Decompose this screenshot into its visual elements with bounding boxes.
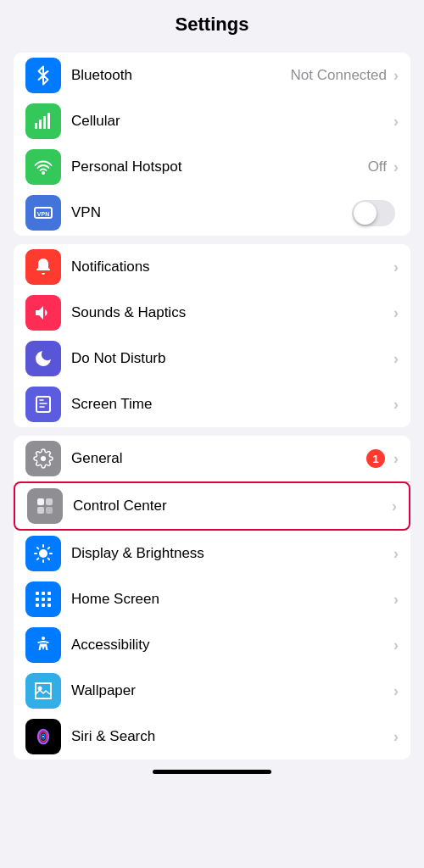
- notifications-chevron: ›: [393, 259, 399, 276]
- svg-rect-28: [36, 604, 39, 607]
- svg-rect-1: [39, 120, 42, 129]
- controlcenter-chevron: ›: [392, 498, 397, 515]
- notifications-label: Notifications: [71, 259, 390, 275]
- displaybrightness-label: Display & Brightness: [71, 545, 390, 562]
- sounds-icon: [25, 295, 61, 331]
- svg-rect-10: [46, 498, 53, 505]
- settings-group-general: General1›Control Center›Display & Bright…: [14, 436, 410, 760]
- hotspot-icon: [25, 149, 61, 185]
- general-chevron: ›: [393, 450, 399, 468]
- settings-row-hotspot[interactable]: Personal HotspotOff›: [14, 144, 410, 190]
- svg-rect-7: [36, 397, 50, 412]
- bluetooth-chevron: ›: [393, 67, 399, 85]
- hotspot-chevron: ›: [393, 159, 399, 176]
- siri-label: Siri & Search: [71, 728, 390, 745]
- screentime-icon: [25, 387, 61, 422]
- screentime-label: Screen Time: [71, 396, 390, 413]
- settings-row-screentime[interactable]: Screen Time›: [14, 381, 410, 427]
- settings-row-accessibility[interactable]: Accessibility›: [14, 622, 410, 668]
- settings-row-cellular[interactable]: Cellular›: [14, 98, 410, 144]
- displaybrightness-chevron: ›: [393, 545, 399, 563]
- bluetooth-label: Bluetooth: [71, 67, 291, 84]
- general-icon: [25, 441, 61, 476]
- svg-rect-24: [47, 592, 51, 595]
- cellular-label: Cellular: [71, 113, 390, 130]
- bluetooth-icon: [25, 58, 61, 93]
- settings-row-donotdisturb[interactable]: Do Not Disturb›: [14, 336, 410, 381]
- svg-point-8: [41, 456, 46, 461]
- home-indicator: [153, 770, 271, 774]
- svg-rect-29: [42, 604, 45, 607]
- controlcenter-icon: [27, 488, 63, 524]
- sounds-chevron: ›: [393, 304, 399, 322]
- wallpaper-icon: [25, 673, 61, 709]
- screentime-chevron: ›: [393, 396, 399, 414]
- homescreen-icon: [25, 581, 61, 617]
- cellular-chevron: ›: [393, 113, 399, 131]
- svg-line-19: [48, 559, 49, 559]
- cellular-icon: [25, 103, 61, 139]
- svg-rect-30: [47, 604, 51, 607]
- svg-rect-12: [46, 507, 53, 514]
- settings-row-notifications[interactable]: Notifications›: [14, 244, 410, 290]
- svg-rect-26: [42, 598, 45, 601]
- svg-rect-27: [47, 598, 51, 601]
- svg-point-13: [39, 549, 47, 558]
- accessibility-icon: [25, 627, 61, 663]
- svg-line-21: [48, 548, 49, 548]
- wallpaper-chevron: ›: [393, 682, 399, 700]
- wallpaper-label: Wallpaper: [71, 682, 390, 699]
- svg-rect-11: [37, 507, 44, 514]
- siri-chevron: ›: [393, 728, 399, 746]
- homescreen-chevron: ›: [393, 591, 399, 609]
- settings-row-general[interactable]: General1›: [14, 436, 410, 481]
- svg-line-20: [37, 559, 38, 559]
- svg-point-36: [42, 736, 44, 737]
- bluetooth-value: Not Connected: [291, 67, 387, 84]
- homescreen-label: Home Screen: [71, 591, 390, 608]
- notifications-icon: [25, 249, 61, 285]
- displaybrightness-icon: [25, 536, 61, 571]
- settings-row-bluetooth[interactable]: BluetoothNot Connected›: [14, 53, 410, 98]
- page-title: Settings: [14, 14, 410, 36]
- svg-text:VPN: VPN: [37, 211, 49, 217]
- general-badge: 1: [366, 449, 385, 468]
- svg-rect-0: [35, 123, 37, 129]
- settings-row-vpn[interactable]: VPNVPN: [14, 190, 410, 236]
- donotdisturb-chevron: ›: [393, 350, 399, 368]
- svg-rect-3: [47, 113, 50, 129]
- general-label: General: [71, 450, 366, 467]
- siri-icon: [25, 719, 61, 754]
- hotspot-label: Personal Hotspot: [71, 159, 368, 175]
- settings-row-siri[interactable]: Siri & Search›: [14, 714, 410, 760]
- vpn-toggle[interactable]: [352, 200, 395, 226]
- vpn-label: VPN: [71, 204, 352, 221]
- vpn-icon: VPN: [25, 195, 61, 231]
- svg-rect-9: [37, 498, 44, 505]
- settings-row-controlcenter[interactable]: Control Center›: [14, 481, 410, 531]
- settings-group-connectivity: BluetoothNot Connected›Cellular›Personal…: [14, 53, 410, 236]
- svg-rect-25: [36, 598, 39, 601]
- svg-rect-22: [36, 592, 39, 595]
- accessibility-chevron: ›: [393, 637, 399, 654]
- settings-row-homescreen[interactable]: Home Screen›: [14, 576, 410, 622]
- settings-row-displaybrightness[interactable]: Display & Brightness›: [14, 531, 410, 576]
- settings-row-wallpaper[interactable]: Wallpaper›: [14, 668, 410, 714]
- svg-line-18: [37, 548, 38, 548]
- accessibility-label: Accessibility: [71, 637, 390, 654]
- svg-rect-2: [43, 116, 46, 129]
- controlcenter-label: Control Center: [73, 498, 388, 515]
- svg-point-31: [42, 637, 45, 640]
- hotspot-value: Off: [368, 159, 387, 175]
- svg-point-4: [42, 171, 45, 175]
- settings-row-sounds[interactable]: Sounds & Haptics›: [14, 290, 410, 336]
- settings-group-notifications: Notifications›Sounds & Haptics›Do Not Di…: [14, 244, 410, 427]
- sounds-label: Sounds & Haptics: [71, 304, 390, 321]
- donotdisturb-label: Do Not Disturb: [71, 350, 390, 367]
- donotdisturb-icon: [25, 341, 61, 376]
- svg-rect-23: [42, 592, 45, 595]
- page-header: Settings: [0, 0, 424, 44]
